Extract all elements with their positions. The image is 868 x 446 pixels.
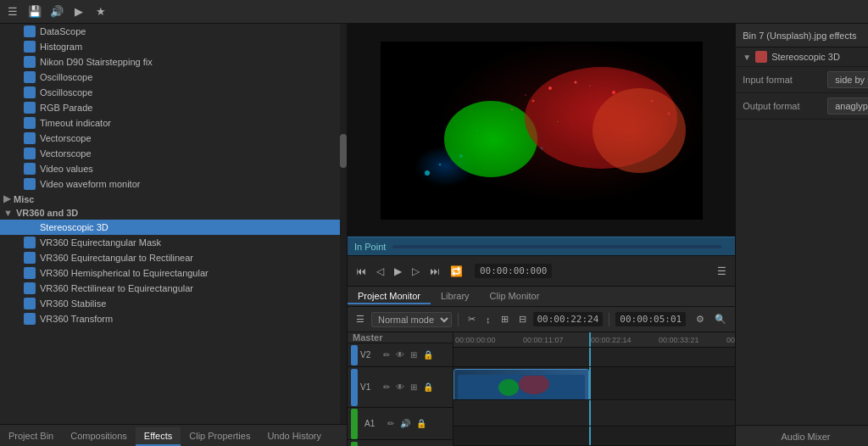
track-label-v2: V2 bbox=[360, 350, 379, 360]
tab-project-monitor[interactable]: Project Monitor bbox=[348, 289, 431, 304]
list-item[interactable]: VR360 Hemispherical to Equirectangular bbox=[0, 265, 347, 281]
master-label: Master bbox=[348, 332, 453, 343]
tab-audio-mixer[interactable]: Audio Mixer bbox=[736, 426, 868, 446]
input-format-select[interactable]: side by side parallel side by side cross… bbox=[827, 71, 868, 88]
timeline-content: Master V2 ✏ 👁 ⊞ 🔒 V1 ✏ bbox=[348, 332, 735, 446]
output-format-label: Output format bbox=[743, 101, 827, 111]
category-vr360[interactable]: ▼ VR360 and 3D bbox=[0, 206, 347, 220]
tab-library[interactable]: Library bbox=[431, 289, 480, 304]
timeline-tracks[interactable]: 00:00:00:00 00:00:11:07 00:00:22:14 00:0… bbox=[453, 332, 735, 446]
track-headers: Master V2 ✏ 👁 ⊞ 🔒 V1 ✏ bbox=[348, 332, 453, 446]
list-item[interactable]: VR360 Stabilise bbox=[0, 296, 347, 311]
track-link-v2[interactable]: 🔒 bbox=[421, 349, 435, 360]
track-row-a2[interactable] bbox=[453, 426, 735, 446]
svg-point-1 bbox=[525, 67, 677, 169]
track-link-a1[interactable]: 🔒 bbox=[415, 418, 428, 429]
effect-name-label: Stereoscopic 3D bbox=[771, 52, 868, 62]
svg-point-11 bbox=[438, 163, 441, 165]
list-item-video-waveform[interactable]: Video waveform monitor bbox=[0, 176, 347, 192]
list-item[interactable]: Vectorscope bbox=[0, 146, 347, 161]
playhead[interactable] bbox=[589, 332, 591, 347]
tab-undo-history[interactable]: Undo History bbox=[259, 427, 330, 446]
track-color-v2 bbox=[351, 345, 358, 365]
track-color-a2 bbox=[351, 442, 358, 447]
save-icon[interactable]: 💾 bbox=[27, 4, 42, 20]
track-playhead-a2 bbox=[589, 426, 591, 445]
list-item[interactable]: Histogram bbox=[0, 39, 347, 54]
list-item[interactable]: VR360 Transform bbox=[0, 311, 347, 326]
tl-insert-btn[interactable]: ⊞ bbox=[498, 312, 512, 326]
tab-clip-monitor[interactable]: Clip Monitor bbox=[480, 289, 550, 304]
transport-loop[interactable]: 🔁 bbox=[447, 264, 466, 279]
tab-project-bin[interactable]: Project Bin bbox=[0, 427, 62, 446]
transport-frame-back[interactable]: ◁ bbox=[373, 264, 387, 279]
svg-point-3 bbox=[548, 86, 552, 90]
tl-zoom-btn[interactable]: 🔍 bbox=[711, 312, 730, 326]
svg-point-7 bbox=[667, 112, 670, 115]
list-item[interactable]: Vectorscope bbox=[0, 131, 347, 146]
clip-v1[interactable] bbox=[453, 369, 589, 400]
track-mute-a1[interactable]: 🔊 bbox=[398, 418, 412, 429]
play-icon[interactable]: ▶ bbox=[71, 4, 86, 20]
svg-point-8 bbox=[531, 99, 534, 102]
list-item-stereoscopic3d[interactable]: Stereoscopic 3D bbox=[0, 220, 347, 235]
tl-overwrite-btn[interactable]: ⊟ bbox=[515, 312, 530, 326]
timeline-area: ☰ Normal mode ✂ ↕ ⊞ ⊟ 00:00:22:24 00:00:… bbox=[348, 306, 735, 446]
in-point-bar: In Point bbox=[348, 237, 735, 255]
tl-mode-select[interactable]: Normal mode bbox=[371, 312, 452, 327]
track-header-v2: V2 ✏ 👁 ⊞ 🔒 bbox=[348, 343, 453, 367]
scrollbar-thumb[interactable] bbox=[340, 134, 347, 168]
track-playhead-v2 bbox=[589, 348, 591, 366]
list-item[interactable]: VR360 Rectilinear to Equirectangular bbox=[0, 281, 347, 296]
list-item[interactable]: VR360 Equirectangular to Rectilinear bbox=[0, 250, 347, 265]
track-lock-v1[interactable]: ✏ bbox=[381, 382, 392, 393]
transport-menu[interactable]: ☰ bbox=[714, 264, 730, 279]
track-audio-v1[interactable]: ⊞ bbox=[409, 382, 419, 393]
track-vis-v1[interactable]: 👁 bbox=[394, 382, 406, 393]
tl-razor-btn[interactable]: ✂ bbox=[465, 312, 479, 326]
menu-icon[interactable]: ☰ bbox=[5, 4, 20, 20]
output-format-select[interactable]: side by side parallel side by side cross… bbox=[827, 98, 868, 114]
track-row-v2[interactable] bbox=[453, 348, 735, 367]
preview-canvas bbox=[381, 42, 703, 220]
transport-play[interactable]: ▶ bbox=[391, 264, 405, 279]
track-row-a1[interactable] bbox=[453, 400, 735, 426]
track-lock-a1[interactable]: ✏ bbox=[386, 418, 396, 429]
audio-icon[interactable]: 🔊 bbox=[49, 4, 64, 20]
list-item[interactable]: Oscilloscope bbox=[0, 70, 347, 85]
tl-menu-btn[interactable]: ☰ bbox=[353, 312, 368, 326]
track-lock-v2[interactable]: ✏ bbox=[381, 349, 392, 360]
category-misc[interactable]: ▶ Misc bbox=[0, 192, 347, 206]
list-item[interactable]: RGB Parade bbox=[0, 100, 347, 115]
track-header-a1: A1 ✏ 🔊 🔒 bbox=[348, 408, 453, 440]
svg-point-10 bbox=[459, 154, 463, 158]
list-item[interactable]: DataScope bbox=[0, 24, 347, 39]
top-toolbar: ☰ 💾 🔊 ▶ ★ bbox=[0, 0, 868, 24]
timeline-timecode2: 00:00:05:01 bbox=[615, 312, 686, 326]
transport-skip-fwd[interactable]: ⏭ bbox=[426, 264, 443, 279]
track-header-v1: V1 ✏ 👁 ⊞ 🔒 bbox=[348, 367, 453, 408]
track-vis-v2[interactable]: 👁 bbox=[394, 349, 406, 360]
transport-skip-back[interactable]: ⏮ bbox=[353, 264, 370, 279]
tab-compositions[interactable]: Compositions bbox=[62, 427, 136, 446]
track-row-v1[interactable] bbox=[453, 367, 735, 400]
tl-settings-btn[interactable]: ⚙ bbox=[693, 312, 708, 326]
track-link-v1[interactable]: 🔒 bbox=[421, 382, 435, 393]
list-item[interactable]: VR360 Equirectangular Mask bbox=[0, 235, 347, 250]
effect-entry-stereoscopic: ▼ Stereoscopic 3D 👁 🔒 ⚙ ✕ bbox=[736, 47, 868, 67]
tab-effects[interactable]: Effects bbox=[136, 427, 181, 446]
list-item[interactable]: Timeout indicator bbox=[0, 115, 347, 131]
in-point-progress[interactable] bbox=[392, 245, 721, 248]
middle-panel: In Point ⏮ ◁ ▶ ▷ ⏭ 🔁 00:00:00:000 ☰ Proj… bbox=[348, 24, 735, 446]
transport-frame-fwd[interactable]: ▷ bbox=[409, 264, 423, 279]
list-item[interactable]: Oscilloscope bbox=[0, 85, 347, 100]
track-audio-v2[interactable]: ⊞ bbox=[409, 349, 419, 360]
tl-arrow-btn[interactable]: ↕ bbox=[482, 313, 494, 326]
list-item[interactable]: Nikon D90 Stairstepping fix bbox=[0, 54, 347, 70]
list-item[interactable]: Video values bbox=[0, 161, 347, 176]
effects-list[interactable]: DataScope Histogram Nikon D90 Stairstepp… bbox=[0, 24, 347, 424]
effect-chevron[interactable]: ▼ bbox=[743, 53, 751, 62]
tab-clip-properties[interactable]: Clip Properties bbox=[181, 427, 259, 446]
star-icon[interactable]: ★ bbox=[93, 4, 108, 20]
track-color-a1 bbox=[351, 409, 358, 439]
